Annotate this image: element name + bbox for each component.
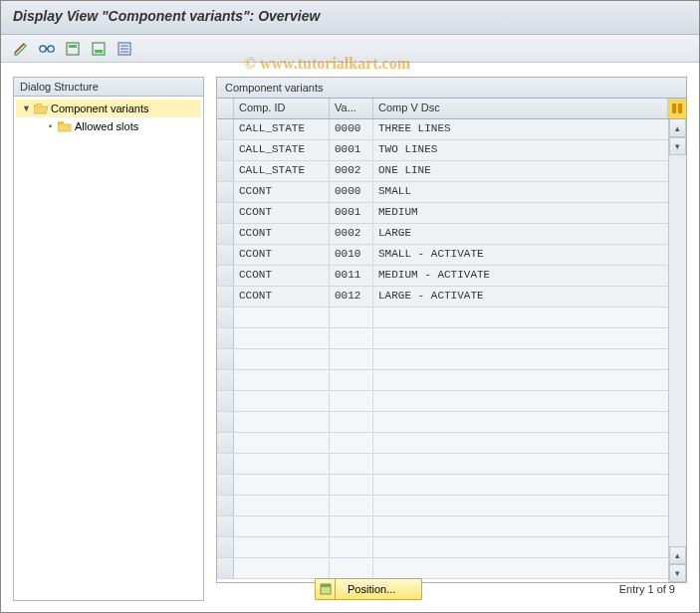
- cell-variant[interactable]: 0002: [330, 224, 373, 244]
- cell-comp-id[interactable]: [234, 537, 330, 557]
- row-selector[interactable]: [217, 496, 234, 515]
- row-selector[interactable]: [217, 245, 234, 265]
- row-selector[interactable]: [217, 391, 234, 411]
- scroll-up-button[interactable]: ▾: [669, 137, 686, 155]
- cell-desc[interactable]: [373, 349, 686, 369]
- row-selector[interactable]: [217, 370, 234, 390]
- row-selector[interactable]: [217, 558, 234, 578]
- cell-comp-id[interactable]: CCONT: [234, 245, 330, 265]
- cell-comp-id[interactable]: CCONT: [234, 203, 330, 223]
- cell-comp-id[interactable]: [234, 454, 330, 474]
- cell-variant[interactable]: 0002: [330, 161, 373, 181]
- row-selector[interactable]: [217, 412, 234, 432]
- cell-desc[interactable]: LARGE - ACTIVATE: [373, 287, 686, 306]
- cell-comp-id[interactable]: CALL_STATE: [234, 119, 330, 139]
- row-selector[interactable]: [217, 203, 234, 223]
- cell-comp-id[interactable]: [234, 370, 330, 390]
- cell-desc[interactable]: THREE LINES: [373, 119, 686, 139]
- row-selector[interactable]: [217, 161, 234, 181]
- configure-columns-icon[interactable]: [668, 99, 686, 118]
- col-header-comp-id[interactable]: Comp. ID: [234, 99, 330, 118]
- scroll-down-button[interactable]: ▴: [669, 546, 686, 564]
- cell-variant[interactable]: [330, 433, 373, 453]
- cell-desc[interactable]: LARGE: [373, 224, 686, 244]
- cell-comp-id[interactable]: CALL_STATE: [234, 161, 330, 181]
- cell-desc[interactable]: SMALL - ACTIVATE: [373, 245, 686, 265]
- cell-desc[interactable]: [373, 496, 686, 515]
- cell-desc[interactable]: [373, 433, 686, 453]
- cell-desc[interactable]: MEDIUM: [373, 203, 686, 223]
- cell-desc[interactable]: [373, 412, 686, 432]
- cell-desc[interactable]: TWO LINES: [373, 140, 686, 160]
- expand-icon[interactable]: [63, 40, 83, 58]
- cell-comp-id[interactable]: CCONT: [234, 287, 330, 306]
- col-header-variant[interactable]: Va...: [330, 99, 373, 118]
- cell-comp-id[interactable]: [234, 433, 330, 453]
- cell-variant[interactable]: 0010: [330, 245, 373, 265]
- cell-desc[interactable]: [373, 516, 686, 536]
- print-icon[interactable]: [115, 40, 134, 58]
- cell-comp-id[interactable]: CCONT: [234, 182, 330, 202]
- cell-variant[interactable]: [330, 537, 373, 557]
- cell-variant[interactable]: 0012: [330, 287, 373, 306]
- row-selector[interactable]: [217, 328, 234, 348]
- cell-desc[interactable]: [373, 328, 686, 348]
- cell-variant[interactable]: [330, 391, 373, 411]
- row-selector[interactable]: [217, 516, 234, 536]
- cell-comp-id[interactable]: [234, 328, 330, 348]
- cell-desc[interactable]: [373, 307, 686, 327]
- cell-variant[interactable]: [330, 516, 373, 536]
- cell-variant[interactable]: [330, 370, 373, 390]
- row-selector[interactable]: [217, 140, 234, 160]
- cell-variant[interactable]: 0000: [330, 182, 373, 202]
- cell-comp-id[interactable]: [234, 496, 330, 515]
- cell-variant[interactable]: 0001: [330, 140, 373, 160]
- cell-desc[interactable]: [373, 370, 686, 390]
- cell-comp-id[interactable]: [234, 412, 330, 432]
- collapse-twisty-icon[interactable]: ▼: [22, 104, 31, 113]
- cell-variant[interactable]: [330, 454, 373, 474]
- row-selector[interactable]: [217, 266, 234, 286]
- cell-variant[interactable]: 0001: [330, 203, 373, 223]
- row-selector[interactable]: [217, 349, 234, 369]
- cell-comp-id[interactable]: [234, 349, 330, 369]
- cell-variant[interactable]: [330, 475, 373, 495]
- cell-desc[interactable]: [373, 454, 686, 474]
- row-selector[interactable]: [217, 119, 234, 139]
- cell-desc[interactable]: [373, 391, 686, 411]
- cell-variant[interactable]: 0000: [330, 119, 373, 139]
- cell-variant[interactable]: [330, 558, 373, 578]
- cell-variant[interactable]: [330, 328, 373, 348]
- cell-comp-id[interactable]: CALL_STATE: [234, 140, 330, 160]
- cell-desc[interactable]: [373, 558, 686, 578]
- tree-node-component-variants[interactable]: ▼ Component variants: [16, 100, 201, 117]
- cell-comp-id[interactable]: [234, 391, 330, 411]
- cell-desc[interactable]: ONE LINE: [373, 161, 686, 181]
- cell-desc[interactable]: [373, 475, 686, 495]
- cell-variant[interactable]: [330, 349, 373, 369]
- scroll-top-button[interactable]: ▴: [669, 119, 686, 137]
- cell-variant[interactable]: [330, 307, 373, 327]
- row-selector[interactable]: [217, 307, 234, 327]
- cell-desc[interactable]: [373, 537, 686, 557]
- cell-variant[interactable]: 0011: [330, 266, 373, 286]
- cell-variant[interactable]: [330, 496, 373, 515]
- row-selector[interactable]: [217, 454, 234, 474]
- position-button[interactable]: Position...: [315, 578, 422, 600]
- cell-variant[interactable]: [330, 412, 373, 432]
- tree-node-allowed-slots[interactable]: • Allowed slots: [16, 117, 201, 135]
- toggle-edit-icon[interactable]: [11, 40, 31, 58]
- cell-desc[interactable]: SMALL: [373, 182, 686, 202]
- cell-desc[interactable]: MEDIUM - ACTIVATE: [373, 266, 686, 286]
- row-selector[interactable]: [217, 182, 234, 202]
- cell-comp-id[interactable]: [234, 558, 330, 578]
- row-selector[interactable]: [217, 537, 234, 557]
- collapse-icon[interactable]: [89, 40, 109, 58]
- cell-comp-id[interactable]: [234, 475, 330, 495]
- cell-comp-id[interactable]: [234, 307, 330, 327]
- scroll-track[interactable]: [669, 155, 686, 546]
- glasses-icon[interactable]: [37, 40, 57, 58]
- row-selector[interactable]: [217, 475, 234, 495]
- row-selector[interactable]: [217, 287, 234, 306]
- cell-comp-id[interactable]: CCONT: [234, 266, 330, 286]
